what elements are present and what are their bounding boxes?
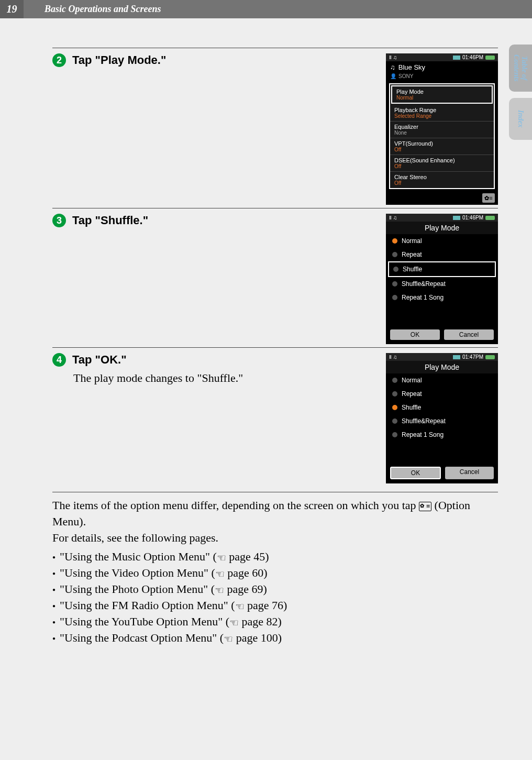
ok-button[interactable]: OK bbox=[390, 467, 441, 479]
option-menu-popup: Play Mode Normal Playback Range Selected… bbox=[389, 83, 495, 189]
divider bbox=[52, 48, 498, 48]
wifi-icon bbox=[453, 216, 460, 220]
step-number-badge: 3 bbox=[52, 214, 66, 227]
person-icon: 👤 bbox=[390, 73, 396, 79]
battery-icon bbox=[485, 56, 495, 60]
tab-index[interactable]: Index bbox=[509, 98, 532, 140]
footer-paragraph-2: For details, see the following pages. bbox=[52, 530, 498, 546]
status-time: 01:46PM bbox=[462, 215, 483, 221]
mode-shuffle-repeat[interactable]: Shuffle&Repeat bbox=[388, 414, 496, 428]
ref-podcast-option-menu[interactable]: "Using the Podcast Option Menu" (☞ page … bbox=[52, 630, 498, 646]
battery-icon bbox=[485, 216, 495, 220]
content-area: 2 Tap "Play Mode." Ⅱ ♫ 01:46PM ♫ Blue Sk… bbox=[0, 18, 532, 646]
device-screenshot-step4: Ⅱ ♫ 01:47PM Play Mode Normal Repeat Shuf… bbox=[386, 353, 498, 483]
screen-title: Play Mode bbox=[386, 222, 498, 234]
step-title: Tap "Play Mode." bbox=[72, 53, 166, 67]
mode-normal[interactable]: Normal bbox=[388, 234, 496, 248]
option-menu-icon: ≡ bbox=[419, 502, 431, 511]
ref-fm-radio-option-menu[interactable]: "Using the FM Radio Option Menu" (☞ page… bbox=[52, 598, 498, 614]
divider bbox=[52, 492, 498, 492]
mode-repeat[interactable]: Repeat bbox=[388, 387, 496, 401]
ref-video-option-menu[interactable]: "Using the Video Option Menu" (☞ page 60… bbox=[52, 565, 498, 581]
hand-pointer-icon: ☞ bbox=[217, 550, 226, 565]
wifi-icon bbox=[453, 56, 460, 60]
tab-table-of-contents[interactable]: Table of Contents bbox=[509, 45, 532, 92]
pause-icon: Ⅱ ♫ bbox=[389, 354, 397, 360]
ref-music-option-menu[interactable]: "Using the Music Option Menu" (☞ page 45… bbox=[52, 549, 498, 565]
footer-paragraph: The items of the option menu differ, dep… bbox=[52, 498, 498, 530]
step-number-badge: 2 bbox=[52, 53, 66, 67]
menu-item-playback-range[interactable]: Playback Range Selected Range bbox=[390, 105, 494, 122]
status-time: 01:47PM bbox=[462, 354, 483, 360]
menu-item-vpt[interactable]: VPT(Surround) Off bbox=[390, 138, 494, 155]
pause-icon: Ⅱ ♫ bbox=[389, 215, 397, 221]
device-screenshot-step3: Ⅱ ♫ 01:46PM Play Mode Normal Repeat Shuf… bbox=[386, 214, 498, 344]
screen-title: Play Mode bbox=[386, 361, 498, 373]
menu-item-equalizer[interactable]: Equalizer None bbox=[390, 122, 494, 138]
step-2: 2 Tap "Play Mode." Ⅱ ♫ 01:46PM ♫ Blue Sk… bbox=[52, 53, 498, 205]
step-4: 4 Tap "OK." The play mode changes to "Sh… bbox=[52, 353, 498, 483]
references-list: "Using the Music Option Menu" (☞ page 45… bbox=[52, 549, 498, 646]
menu-item-clear-stereo[interactable]: Clear Stereo Off bbox=[390, 172, 494, 188]
ref-photo-option-menu[interactable]: "Using the Photo Option Menu" (☞ page 69… bbox=[52, 581, 498, 598]
divider bbox=[52, 347, 498, 348]
mode-shuffle[interactable]: Shuffle bbox=[388, 261, 496, 277]
step-body: The play mode changes to "Shuffle." bbox=[73, 371, 370, 386]
track-title: Blue Sky bbox=[398, 63, 425, 71]
option-menu-button-icon[interactable]: ✿≡ bbox=[482, 193, 495, 203]
device-screenshot-step2: Ⅱ ♫ 01:46PM ♫ Blue Sky 👤 SONY bbox=[386, 53, 498, 205]
menu-item-dsee[interactable]: DSEE(Sound Enhance) Off bbox=[390, 155, 494, 172]
step-title: Tap "Shuffle." bbox=[72, 214, 148, 227]
page-number: 19 bbox=[0, 0, 24, 18]
hand-pointer-icon: ☞ bbox=[229, 615, 239, 630]
step-number-badge: 4 bbox=[52, 353, 66, 367]
artist-name: SONY bbox=[398, 73, 413, 79]
pause-icon: Ⅱ ♫ bbox=[389, 54, 397, 60]
hand-pointer-icon: ☞ bbox=[224, 632, 233, 646]
step-title: Tap "OK." bbox=[72, 353, 127, 367]
side-tabs: Table of Contents Index bbox=[509, 45, 532, 140]
ref-youtube-option-menu[interactable]: "Using the YouTube Option Menu" (☞ page … bbox=[52, 614, 498, 630]
status-time: 01:46PM bbox=[462, 54, 483, 60]
menu-item-play-mode[interactable]: Play Mode Normal bbox=[391, 85, 493, 104]
hand-pointer-icon: ☞ bbox=[215, 583, 224, 598]
cancel-button[interactable]: Cancel bbox=[445, 467, 494, 479]
mode-repeat-1-song[interactable]: Repeat 1 Song bbox=[388, 291, 496, 304]
ok-button[interactable]: OK bbox=[390, 329, 440, 340]
wifi-icon bbox=[453, 355, 460, 359]
mode-repeat[interactable]: Repeat bbox=[388, 248, 496, 261]
battery-icon bbox=[485, 355, 495, 359]
step-3: 3 Tap "Shuffle." Ⅱ ♫ 01:46PM Play Mode N… bbox=[52, 214, 498, 344]
page-header: 19 Basic Operations and Screens bbox=[0, 0, 532, 18]
chapter-title: Basic Operations and Screens bbox=[45, 4, 161, 15]
mode-normal[interactable]: Normal bbox=[388, 373, 496, 387]
cancel-button[interactable]: Cancel bbox=[444, 329, 494, 340]
mode-shuffle-repeat[interactable]: Shuffle&Repeat bbox=[388, 277, 496, 291]
mode-repeat-1-song[interactable]: Repeat 1 Song bbox=[388, 428, 496, 442]
hand-pointer-icon: ☞ bbox=[215, 567, 225, 581]
hand-pointer-icon: ☞ bbox=[235, 599, 245, 614]
music-note-icon: ♫ bbox=[390, 63, 395, 71]
divider bbox=[52, 208, 498, 208]
mode-shuffle[interactable]: Shuffle bbox=[388, 401, 496, 414]
